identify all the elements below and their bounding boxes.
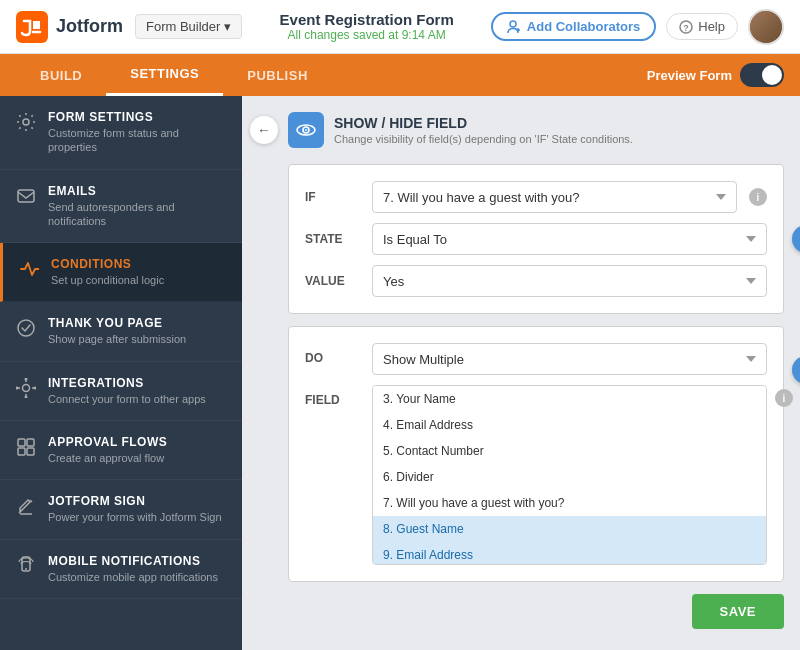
- jotform-logo-icon: [16, 11, 48, 43]
- sidebar-item-jotform-sign[interactable]: JOTFORM SIGN Power your forms with Jotfo…: [0, 480, 242, 539]
- field-list-item[interactable]: 8. Guest Name: [373, 516, 766, 542]
- sidebar-item-mobile-notifications[interactable]: MOBILE NOTIFICATIONS Customize mobile ap…: [0, 540, 242, 599]
- do-select[interactable]: Show Multiple: [372, 343, 767, 375]
- if-label: IF: [305, 190, 360, 204]
- sidebar-desc-jotform-sign: Power your forms with Jotform Sign: [48, 510, 226, 524]
- add-do-button[interactable]: +: [792, 356, 800, 384]
- tab-publish[interactable]: PUBLISH: [223, 54, 332, 96]
- help-button[interactable]: ? Help: [666, 13, 738, 40]
- field-list[interactable]: 3. Your Name4. Email Address5. Contact N…: [372, 385, 767, 565]
- sidebar-text-form-settings: FORM SETTINGS Customize form status and …: [48, 110, 226, 155]
- main-layout: FORM SETTINGS Customize form status and …: [0, 96, 800, 650]
- add-collaborators-label: Add Collaborators: [527, 19, 640, 34]
- help-label: Help: [698, 19, 725, 34]
- add-condition-button[interactable]: +: [792, 225, 800, 253]
- sidebar-item-thank-you[interactable]: THANK YOU PAGE Show page after submissio…: [0, 302, 242, 361]
- avatar[interactable]: [748, 9, 784, 45]
- field-row: FIELD 3. Your Name4. Email Address5. Con…: [305, 385, 767, 565]
- state-select[interactable]: Is Equal To: [372, 223, 767, 255]
- svg-rect-15: [27, 439, 34, 446]
- header-center: Event Registration Form All changes save…: [254, 11, 478, 42]
- section-subtitle: Change visibility of field(s) depending …: [334, 133, 633, 145]
- top-header: Jotform Form Builder ▾ Event Registratio…: [0, 0, 800, 54]
- sidebar-text-approval-flows: APPROVAL FLOWS Create an approval flow: [48, 435, 226, 465]
- toggle-knob: [762, 65, 782, 85]
- section-title: SHOW / HIDE FIELD: [334, 115, 633, 131]
- conditions-icon: [19, 259, 39, 279]
- sidebar-item-conditions[interactable]: CONDITIONS Set up conditional logic: [0, 243, 242, 302]
- eye-icon: [296, 120, 316, 140]
- sidebar-label-conditions: CONDITIONS: [51, 257, 226, 271]
- form-builder-label: Form Builder: [146, 19, 220, 34]
- save-area: SAVE: [288, 594, 784, 629]
- logo-area: Jotform: [16, 11, 123, 43]
- svg-rect-7: [18, 190, 34, 202]
- sidebar-desc-conditions: Set up conditional logic: [51, 273, 226, 287]
- svg-rect-14: [18, 439, 25, 446]
- preview-form-label: Preview Form: [647, 68, 732, 83]
- field-list-item[interactable]: 7. Will you have a guest with you?: [373, 490, 766, 516]
- if-select[interactable]: 7. Will you have a guest with you?: [372, 181, 737, 213]
- add-collaborators-button[interactable]: Add Collaborators: [491, 12, 656, 41]
- tab-settings[interactable]: SETTINGS: [106, 54, 223, 96]
- condition-card-wrapper: IF 7. Will you have a guest with you? i …: [288, 164, 784, 314]
- sidebar-desc-emails: Send autoresponders and notifications: [48, 200, 226, 229]
- svg-point-12: [16, 386, 19, 389]
- sidebar-label-emails: EMAILS: [48, 184, 226, 198]
- field-list-item[interactable]: 4. Email Address: [373, 412, 766, 438]
- sidebar-item-integrations[interactable]: INTEGRATIONS Connect your form to other …: [0, 362, 242, 421]
- show-hide-icon: [288, 112, 324, 148]
- value-label: VALUE: [305, 274, 360, 288]
- sidebar-label-integrations: INTEGRATIONS: [48, 376, 226, 390]
- form-title: Event Registration Form: [254, 11, 478, 28]
- state-row: STATE Is Equal To: [305, 223, 767, 255]
- condition-card: IF 7. Will you have a guest with you? i …: [288, 164, 784, 314]
- svg-point-13: [34, 386, 37, 389]
- state-label: STATE: [305, 232, 360, 246]
- tab-build[interactable]: BUILD: [16, 54, 106, 96]
- sidebar-label-mobile-notifications: MOBILE NOTIFICATIONS: [48, 554, 226, 568]
- nav-tabs: BUILD SETTINGS PUBLISH Preview Form: [0, 54, 800, 96]
- section-header: SHOW / HIDE FIELD Change visibility of f…: [288, 112, 784, 148]
- field-list-item[interactable]: 5. Contact Number: [373, 438, 766, 464]
- field-list-item[interactable]: 3. Your Name: [373, 386, 766, 412]
- do-card: DO Show Multiple FIELD 3. Your Name4. Em…: [288, 326, 784, 582]
- form-builder-button[interactable]: Form Builder ▾: [135, 14, 242, 39]
- content-inner: SHOW / HIDE FIELD Change visibility of f…: [288, 112, 784, 629]
- sign-icon: [16, 496, 36, 516]
- svg-rect-0: [16, 11, 48, 43]
- back-arrow-button[interactable]: ←: [250, 116, 278, 144]
- preview-form-toggle[interactable]: [740, 63, 784, 87]
- sidebar-text-integrations: INTEGRATIONS Connect your form to other …: [48, 376, 226, 406]
- header-actions: Add Collaborators ? Help: [491, 9, 784, 45]
- sidebar-item-emails[interactable]: EMAILS Send autoresponders and notificat…: [0, 170, 242, 244]
- field-label: FIELD: [305, 385, 360, 407]
- sidebar-label-jotform-sign: JOTFORM SIGN: [48, 494, 226, 508]
- if-info-icon[interactable]: i: [749, 188, 767, 206]
- sidebar-label-form-settings: FORM SETTINGS: [48, 110, 226, 124]
- save-button[interactable]: SAVE: [692, 594, 784, 629]
- field-info-icon[interactable]: i: [775, 389, 793, 407]
- svg-point-10: [25, 378, 28, 381]
- sidebar-text-mobile-notifications: MOBILE NOTIFICATIONS Customize mobile ap…: [48, 554, 226, 584]
- field-list-item[interactable]: 6. Divider: [373, 464, 766, 490]
- sidebar-desc-thank-you: Show page after submission: [48, 332, 226, 346]
- section-title-area: SHOW / HIDE FIELD Change visibility of f…: [334, 115, 633, 145]
- svg-point-9: [23, 384, 30, 391]
- sidebar-text-thank-you: THANK YOU PAGE Show page after submissio…: [48, 316, 226, 346]
- sidebar-desc-form-settings: Customize form status and properties: [48, 126, 226, 155]
- field-list-item[interactable]: 9. Email Address: [373, 542, 766, 565]
- svg-point-11: [25, 395, 28, 398]
- logo-text: Jotform: [56, 16, 123, 37]
- sidebar-desc-integrations: Connect your form to other apps: [48, 392, 226, 406]
- saved-status: All changes saved at 9:14 AM: [254, 28, 478, 42]
- sidebar: FORM SETTINGS Customize form status and …: [0, 96, 242, 650]
- value-select[interactable]: Yes: [372, 265, 767, 297]
- sidebar-item-form-settings[interactable]: FORM SETTINGS Customize form status and …: [0, 96, 242, 170]
- sidebar-desc-approval-flows: Create an approval flow: [48, 451, 226, 465]
- mobile-icon: [16, 556, 36, 576]
- sidebar-item-approval-flows[interactable]: APPROVAL FLOWS Create an approval flow: [0, 421, 242, 480]
- sidebar-label-approval-flows: APPROVAL FLOWS: [48, 435, 226, 449]
- integrations-icon: [16, 378, 36, 398]
- sidebar-text-emails: EMAILS Send autoresponders and notificat…: [48, 184, 226, 229]
